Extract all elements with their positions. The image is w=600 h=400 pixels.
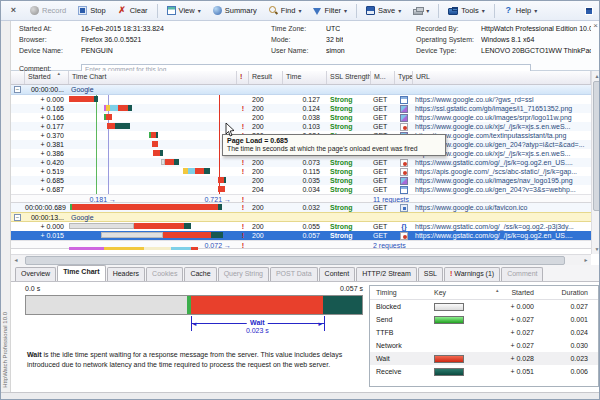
filter-button[interactable]: Filter▾ [307,2,353,20]
request-row[interactable]: + 0.6872040.034StrongGEThttps://www.goog… [11,185,591,194]
timeline-bar [25,295,363,315]
tab-query-string: Query String [218,267,269,281]
column-header-type[interactable]: Type [395,71,413,84]
timing-header-duration[interactable]: Duration [544,286,598,299]
js-type-icon [400,168,408,176]
time-chart-cell [69,104,237,113]
summary-started [25,241,69,250]
url-cell[interactable]: https://www.google.co.uk/?gws_rd=ssl [413,95,591,104]
help-button[interactable]: ?Help▾ [498,2,543,20]
clear-button[interactable]: ✗Clear [112,2,154,20]
request-row[interactable]: + 0.0002000.127StrongGEThttps://www.goog… [11,95,591,104]
scroll-down-icon[interactable]: ▼ [592,244,600,254]
tab-warnings-1-[interactable]: !Warnings (1) [444,267,500,281]
timing-header-timing[interactable]: Timing [370,286,434,299]
tab-label: POST Data [276,270,312,277]
page-group-row[interactable]: −00:00:13...Google [11,212,591,222]
dom-load-line [108,149,109,158]
summary-button[interactable]: Summary [207,2,263,20]
tools-button[interactable]: Tools▾ [442,2,491,20]
info-field-label: Operating System: [416,34,474,45]
vertical-scroll-thumb[interactable] [593,81,600,211]
request-row[interactable]: + 0.1662000.038StrongGEThttps://www.goog… [11,113,591,122]
url-cell[interactable]: https://www.gstatic.com/og/_/js/k=og.og2… [413,158,591,167]
type-cell [395,158,413,167]
column-header--[interactable]: ! [237,71,249,84]
horizontal-scroll-thumb[interactable] [25,256,565,265]
tab-overview[interactable]: Overview [15,267,56,281]
url-cell[interactable]: https://www.google.co.uk/images/srpr/log… [413,113,591,122]
column-header-result[interactable]: Result [249,71,283,84]
column-header-url[interactable]: URL [413,71,591,84]
dom-load-line [108,176,109,185]
print-button[interactable]: ▾ [407,2,435,20]
url-cell[interactable]: https://ssl.gstatic.com/gb/images/i1_716… [413,104,591,113]
time-chart-cell [69,167,237,176]
column-header-expand[interactable] [11,71,25,84]
url-cell[interactable]: https://www.google.co.uk/favicon.ico [413,203,591,212]
page-load-line [219,140,220,149]
request-row[interactable]: 00:00:00.689!2000.032StrongGEThttps://ww… [11,203,591,212]
time-chart-cell [69,149,237,158]
view-button[interactable]: View▾ [161,2,207,20]
column-header-m-[interactable]: M... [371,71,395,84]
timing-started: + 0.000 [486,300,544,313]
url-cell[interactable]: https://www.gstatic.com/og/_/js/k=og.og2… [413,231,591,240]
stop-button[interactable]: Stop [72,2,111,20]
save-button[interactable]: Save▾ [360,2,407,20]
find-button[interactable]: Find▾ [263,2,308,20]
started-cell: 00:00:00.689 [25,203,69,212]
record-label: Record [42,6,66,15]
tab-label: Headers [113,270,139,277]
request-row[interactable]: + 0.000!2000.055StrongGET{}https://www.g… [11,222,591,231]
column-header-ssl-strength[interactable]: SSL Strength [327,71,371,84]
vertical-scrollbar[interactable]: ▲ ▼ [591,71,600,254]
url-cell[interactable]: https://apis.google.com/_/scs/abc-static… [413,167,591,176]
page-group-row[interactable]: −00:00:00...Google [11,85,591,95]
tab-http-2-stream[interactable]: HTTP/2 Stream [356,267,417,281]
horizontal-scrollbar[interactable]: ◄ ► [11,254,591,265]
url-cell[interactable]: https://www.google.co.uk/xjs/_/js/k=xjs.… [413,122,591,131]
column-header-started[interactable]: Started▴ [25,71,69,84]
close-icon: × [9,6,18,15]
url-cell[interactable]: https://www.gstatic.com/og/_/ss/k=og.og2… [413,222,591,231]
info-field-label: Device Name: [19,45,63,56]
tab-content[interactable]: Content [319,267,356,281]
method-cell: GET [371,185,395,194]
collapse-icon[interactable]: − [14,214,21,221]
bar-segment-receive [160,150,163,156]
bar-segment-receive [224,177,226,183]
request-row[interactable]: + 0.165!2000.124StrongGEThttps://ssl.gst… [11,104,591,113]
close-button[interactable]: × [3,2,24,20]
tab-headers[interactable]: Headers [107,267,145,281]
request-row[interactable]: + 0.177!2000.103StrongGEThttps://www.goo… [11,122,591,131]
warning-icon: ! [237,167,249,176]
exp-cell [11,167,25,176]
request-row[interactable]: + 0.519!2000.115StrongGEThttps://apis.go… [11,167,591,176]
scroll-left-icon[interactable]: ◄ [11,255,21,266]
timing-header-started[interactable]: Started [486,286,544,299]
window-button[interactable] [579,2,599,20]
tab-cache[interactable]: Cache [184,267,216,281]
url-cell[interactable]: https://www.google.co.uk/images/nav_logo… [413,176,591,185]
scroll-up-icon[interactable]: ▲ [592,71,600,81]
timing-header-key[interactable]: Key [434,286,486,299]
request-row[interactable]: + 0.015!2000.057StrongGEThttps://www.gst… [11,231,591,240]
dom-load-line [108,131,109,140]
url-cell[interactable]: https://www.google.co.uk/gen_204?v=3&s=w… [413,185,591,194]
img-type-icon [400,105,408,113]
collapse-icon[interactable]: − [14,86,21,93]
bar-segment-wait [134,223,184,229]
column-header-time-chart[interactable]: Time Chart [69,71,237,84]
scroll-right-icon[interactable]: ► [581,255,591,266]
tab-ssl[interactable]: SSL [418,267,443,281]
method-cell: GET [371,222,395,231]
request-row[interactable]: + 0.420!2000.073StrongGEThttps://www.gst… [11,158,591,167]
bar-segment-receive [204,168,210,174]
method-cell: GET [371,122,395,131]
bar-segment-wait [118,105,128,111]
tab-time-chart[interactable]: Time Chart [57,265,105,281]
column-header-time[interactable]: Time [283,71,327,84]
timing-row: Send+ 0.0270.001 [370,313,598,326]
request-row[interactable]: + 0.6852000.035StrongGEThttps://www.goog… [11,176,591,185]
